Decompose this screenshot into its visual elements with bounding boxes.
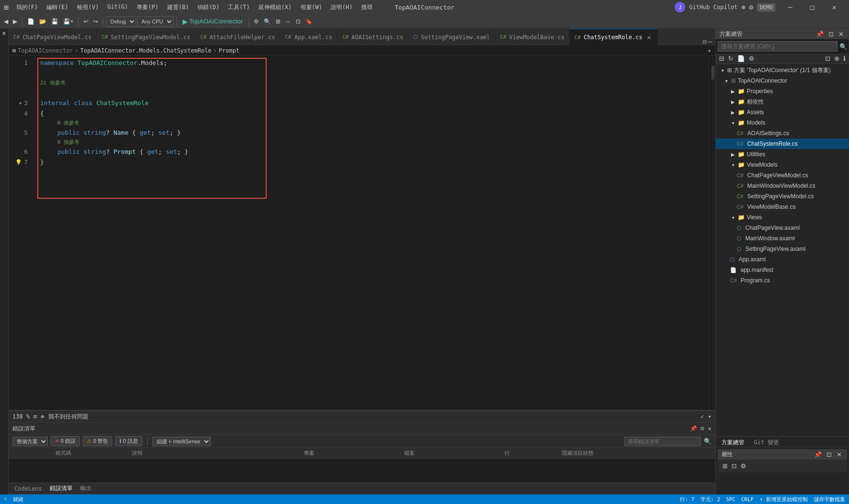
code-content[interactable]: namespace TopAOAIConnector.Models; 21 個參…: [32, 56, 709, 410]
breadcrumb-dropdown-icon[interactable]: ▾: [708, 47, 711, 54]
codelens-2[interactable]: 0 個參考: [40, 119, 709, 128]
tab-close-icon[interactable]: ✕: [645, 33, 653, 41]
menu-debug[interactable]: 偵錯(D): [193, 2, 223, 12]
se-pin-button[interactable]: 📌: [815, 30, 825, 38]
toolbar-extra-1[interactable]: ⚙: [252, 17, 261, 26]
toolbar-extra-3[interactable]: ⊞: [274, 17, 282, 26]
redo-button[interactable]: ↪: [91, 17, 100, 26]
error-count-button[interactable]: ✕ 0 錯誤: [51, 436, 80, 446]
open-file-button[interactable]: 📂: [37, 17, 48, 26]
save-status[interactable]: 儲存字數檔案: [814, 496, 845, 503]
tab-viewmodelbase[interactable]: C# ViewModelBase.cs: [495, 29, 570, 45]
toolbar-extra-5[interactable]: ⊡: [294, 17, 302, 26]
el-close-icon[interactable]: ✕: [708, 425, 711, 432]
tab-output[interactable]: 輸出: [78, 484, 94, 493]
se-filter[interactable]: ⊡: [824, 54, 832, 63]
menu-file[interactable]: 我的(F): [12, 2, 42, 12]
se-refresh[interactable]: ↻: [727, 54, 735, 63]
copilot-settings-icon[interactable]: ⚙: [749, 3, 753, 11]
close-button[interactable]: ✕: [823, 0, 845, 14]
tab-error-list[interactable]: 錯誤清單: [48, 484, 75, 493]
tree-programcs[interactable]: C# Program.cs: [716, 275, 849, 286]
tree-viewmodelbase[interactable]: C# ViewModelBase.cs: [716, 202, 849, 212]
tree-assets[interactable]: ▶ 📁 Assets: [716, 107, 849, 118]
tree-viewmodels[interactable]: ▾ 📁 ViewModels: [716, 160, 849, 170]
menu-edit[interactable]: 編輯(E): [43, 2, 72, 12]
checkmark-icon[interactable]: ✓: [701, 413, 704, 420]
se-search-input[interactable]: [718, 41, 838, 52]
se-close-button[interactable]: ✕: [837, 30, 845, 38]
menu-build[interactable]: 建置(B): [163, 2, 193, 12]
tree-models[interactable]: ▾ 📁 Models: [716, 118, 849, 128]
warning-count-button[interactable]: ⚠ 0 警告: [83, 436, 112, 446]
menu-extensions[interactable]: 延伸模組(X): [255, 2, 296, 12]
save-all-button[interactable]: 💾+: [61, 17, 75, 26]
tab-settingpageviewmodel[interactable]: C# SettingPageViewModel.cs: [97, 29, 195, 45]
tree-utilities[interactable]: ▶ 📁 Utilities: [716, 149, 849, 160]
se-tab-solution[interactable]: 方案總管: [720, 439, 746, 445]
codelens-1[interactable]: 21 個參考: [40, 79, 709, 87]
search-icon[interactable]: 🔍: [704, 438, 711, 445]
breadcrumb-item-2[interactable]: TopAOAIConnector.Models.ChatSystemRole: [80, 47, 212, 54]
tab-aoaisettings[interactable]: C# AOAISettings.cs: [337, 29, 408, 45]
se-sync[interactable]: ⊕: [833, 54, 841, 63]
debug-mode-select[interactable]: Debug: [106, 16, 136, 27]
se-show-all-files[interactable]: 📄: [736, 54, 746, 63]
toolbar-extra-6[interactable]: 🔖: [303, 17, 314, 26]
user-avatar[interactable]: J: [675, 2, 685, 12]
tree-aoaisettings[interactable]: C# AOAISettings.cs: [716, 128, 849, 139]
error-search-input[interactable]: [624, 437, 701, 446]
menu-help[interactable]: 說明(H): [327, 2, 356, 12]
run-button[interactable]: ▶ TopAOAIConnector: [180, 17, 246, 26]
el-pin-icon[interactable]: 📌: [690, 425, 697, 432]
se-search-icon[interactable]: 🔍: [839, 43, 847, 50]
tab-codelens[interactable]: CodeLens: [12, 485, 44, 492]
back-button[interactable]: ◀: [2, 17, 10, 26]
tree-properties[interactable]: ▶ 📁 Properties: [716, 86, 849, 97]
tree-mainwindowvm[interactable]: C# MainWindowViewModel.cs: [716, 181, 849, 191]
tab-chatpageviewmodel[interactable]: C# ChatPageViewModel.cs: [9, 29, 97, 45]
se-float-button[interactable]: ⊡: [827, 30, 835, 38]
breadcrumb-item-3[interactable]: Prompt: [219, 47, 239, 54]
tree-chatpageview[interactable]: ⬡ ChatPageView.axaml: [716, 223, 849, 233]
tree-dependencies[interactable]: ▶ 📁 相依性: [716, 97, 849, 107]
maximize-button[interactable]: □: [801, 0, 823, 14]
se-collapse-all[interactable]: ⊟: [718, 54, 726, 63]
props-pin-button[interactable]: 📌: [813, 450, 823, 459]
toolbar-extra-2[interactable]: 🔍: [262, 17, 273, 26]
tab-settingpageview[interactable]: ⬡ SettingPageView.xaml: [408, 29, 495, 45]
tree-chatsystemrole[interactable]: C# ChatSystemRole.cs: [716, 139, 849, 149]
left-icon-1[interactable]: ⊞: [2, 31, 5, 36]
tree-chatpagevm[interactable]: C# ChatPageViewModel.cs: [716, 170, 849, 181]
tree-settingpagevm[interactable]: C# SettingPageViewModel.cs: [716, 191, 849, 202]
tree-project[interactable]: ▾ ⊞ TopAOAIConnector: [716, 75, 849, 86]
tab-chatsystemrole[interactable]: C# ChatSystemRole.cs ✕: [570, 29, 658, 45]
tree-appmanifest[interactable]: 📄 app.manifest: [716, 265, 849, 275]
platform-select[interactable]: Any CPU: [137, 16, 173, 27]
error-indicator[interactable]: ⊕: [41, 413, 44, 420]
tab-attachfilehelper[interactable]: C# AttachFileHelper.cs: [195, 29, 280, 45]
tab-appxamlcs[interactable]: C# App.xaml.cs: [280, 29, 338, 45]
tree-settingpageview[interactable]: ⬡ SettingPageView.axaml: [716, 244, 849, 254]
forward-button[interactable]: ▶: [11, 17, 19, 26]
el-float-icon[interactable]: ⊡: [701, 425, 704, 432]
menu-tools[interactable]: 工具(T): [224, 2, 254, 12]
breadcrumb-item-1[interactable]: ⊞: [12, 47, 16, 54]
split-editor-icon[interactable]: ⊟: [702, 38, 706, 45]
minimize-button[interactable]: ─: [779, 0, 801, 14]
copilot-icon[interactable]: ⊕: [742, 3, 745, 11]
undo-button[interactable]: ↩: [82, 17, 90, 26]
zoom-reset-icon[interactable]: ⊡: [33, 413, 37, 420]
props-float-button[interactable]: ⊡: [825, 450, 833, 459]
menu-project[interactable]: 專案(P): [133, 2, 162, 12]
props-sort-category[interactable]: ⊞: [721, 461, 729, 471]
scroll-thumb[interactable]: [711, 65, 714, 80]
codelens-3[interactable]: 0 個參考: [40, 138, 709, 147]
props-sort-alpha[interactable]: ⊡: [731, 461, 738, 471]
tree-appaxaml[interactable]: ⬡ App.axaml: [716, 254, 849, 265]
tree-mainwindow[interactable]: ⬡ MainWindow.axaml: [716, 233, 849, 244]
zoom-level[interactable]: 138 %: [12, 413, 30, 420]
error-scope-select[interactable]: 整個方案: [12, 437, 48, 446]
spaces-status[interactable]: SPC: [726, 496, 735, 503]
se-props[interactable]: ℹ: [842, 54, 847, 63]
